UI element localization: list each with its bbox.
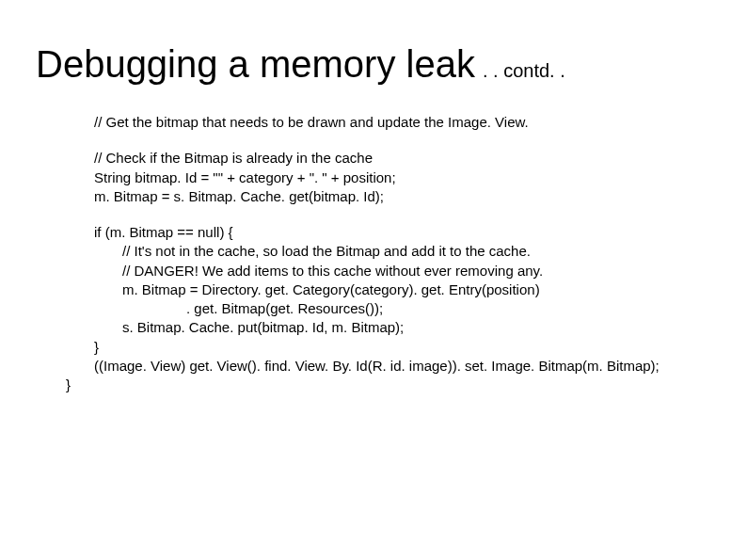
code-line: // Get the bitmap that needs to be drawn…	[66, 113, 709, 132]
code-line: . get. Bitmap(get. Resources());	[66, 299, 709, 318]
slide: Debugging a memory leak . . contd. . // …	[0, 0, 747, 560]
code-line: // It's not in the cache, so load the Bi…	[66, 242, 709, 261]
code-block: // Get the bitmap that needs to be drawn…	[66, 113, 709, 394]
code-line: s. Bitmap. Cache. put(bitmap. Id, m. Bit…	[66, 318, 709, 337]
code-line: ((Image. View) get. View(). find. View. …	[66, 357, 709, 376]
slide-title: Debugging a memory leak	[36, 45, 475, 83]
slide-title-row: Debugging a memory leak . . contd. .	[36, 45, 565, 83]
code-line: m. Bitmap = Directory. get. Category(cat…	[66, 280, 709, 299]
code-line: }	[66, 376, 709, 394]
code-line: // DANGER! We add items to this cache wi…	[66, 262, 709, 280]
code-line: }	[66, 338, 709, 357]
slide-subtitle: . . contd. .	[483, 61, 565, 80]
code-line: if (m. Bitmap == null) {	[66, 223, 709, 242]
code-line: // Check if the Bitmap is already in the…	[66, 149, 709, 168]
code-line: m. Bitmap = s. Bitmap. Cache. get(bitmap…	[66, 187, 709, 206]
code-line: String bitmap. Id = "" + category + ". "…	[66, 168, 709, 187]
